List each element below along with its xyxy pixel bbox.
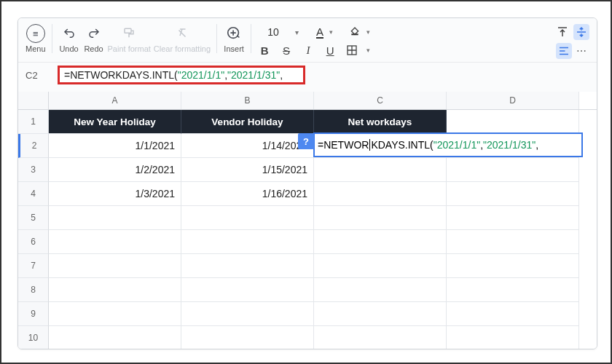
fill-color-button[interactable] xyxy=(349,26,361,38)
column-header[interactable]: B xyxy=(181,92,314,109)
column-header[interactable]: D xyxy=(447,92,579,109)
editor-arg: "2021/1/1" xyxy=(434,139,480,151)
row-header[interactable]: 2 xyxy=(18,134,49,158)
paint-format-label: Paint format xyxy=(108,44,151,53)
cell[interactable] xyxy=(447,302,579,326)
insert-label: Insert xyxy=(224,44,244,53)
cell[interactable] xyxy=(181,326,314,349)
cell[interactable]: 1/14/2021 xyxy=(181,134,314,158)
row-header[interactable]: 8 xyxy=(18,278,49,302)
cell[interactable] xyxy=(49,326,181,349)
redo-button[interactable]: Redo xyxy=(83,24,105,53)
text-color-button[interactable]: A xyxy=(316,26,323,39)
borders-button[interactable] xyxy=(345,43,359,58)
corner-cell[interactable] xyxy=(18,92,49,109)
paint-format-button[interactable]: Paint format xyxy=(108,24,151,53)
formula-text: =NETWORKDAYS.INTL( xyxy=(64,69,178,81)
row-header[interactable]: 6 xyxy=(18,230,49,254)
cell[interactable] xyxy=(314,182,447,206)
formula-input[interactable]: =NETWORKDAYS.INTL("2021/1/1","2021/1/31"… xyxy=(58,66,305,84)
formula-arg: "2021/1/31" xyxy=(227,69,280,81)
cell[interactable] xyxy=(49,230,181,254)
chevron-down-icon[interactable]: ▾ xyxy=(329,28,333,36)
cell[interactable]: 1/16/2021 xyxy=(181,182,314,206)
formula-help-badge[interactable]: ? xyxy=(298,133,314,149)
cell-reference[interactable]: C2 xyxy=(26,70,53,81)
cell[interactable] xyxy=(181,278,314,302)
editor-text: , xyxy=(536,139,538,151)
chevron-down-icon[interactable]: ▾ xyxy=(366,28,370,36)
row-header[interactable]: 10 xyxy=(18,326,49,349)
cell[interactable]: 1/2/2021 xyxy=(49,158,181,182)
row-header[interactable]: 4 xyxy=(18,182,49,206)
chevron-down-icon[interactable]: ▾ xyxy=(295,28,299,36)
cell[interactable] xyxy=(447,110,579,134)
formula-bar: C2 =NETWORKDAYS.INTL("2021/1/1","2021/1/… xyxy=(18,63,597,92)
font-size-input[interactable]: 10 xyxy=(257,24,289,40)
align-top-button[interactable] xyxy=(556,25,569,39)
cell[interactable] xyxy=(314,302,447,326)
cell[interactable] xyxy=(181,230,314,254)
cell[interactable] xyxy=(314,254,447,278)
header-cell[interactable]: Vendor Holiday xyxy=(181,110,314,134)
cell[interactable]: 1/15/2021 xyxy=(181,158,314,182)
row-header[interactable]: 7 xyxy=(18,254,49,278)
underline-button[interactable]: U xyxy=(323,43,337,58)
menu-icon: ≡ xyxy=(26,24,45,43)
cell[interactable]: 1/3/2021 xyxy=(49,182,181,206)
font-style-group: 10 ▾ A ▾ ▾ B S I U ▾ xyxy=(257,24,370,58)
undo-label: Undo xyxy=(59,44,78,53)
cell[interactable] xyxy=(447,206,579,230)
svg-rect-0 xyxy=(125,28,131,33)
clear-formatting-button[interactable]: Clear formatting xyxy=(154,24,211,53)
menu-button[interactable]: ≡ Menu xyxy=(26,24,46,53)
row-header[interactable]: 3 xyxy=(18,158,49,182)
cell[interactable] xyxy=(49,278,181,302)
cell[interactable] xyxy=(314,326,447,349)
chevron-down-icon[interactable]: ▾ xyxy=(366,47,370,54)
align-left-button[interactable] xyxy=(556,43,572,59)
cell[interactable] xyxy=(447,254,579,278)
cell[interactable] xyxy=(49,254,181,278)
align-middle-button[interactable] xyxy=(573,24,589,40)
redo-label: Redo xyxy=(84,44,103,53)
column-header[interactable]: A xyxy=(49,92,181,109)
cell[interactable] xyxy=(447,182,579,206)
header-cell[interactable]: Net workdays xyxy=(314,110,447,134)
cell[interactable]: 1/1/2021 xyxy=(49,134,181,158)
toolbar: ≡ Menu Undo Redo Paint format Cle xyxy=(18,18,597,63)
cell[interactable] xyxy=(49,302,181,326)
undo-icon xyxy=(58,24,80,43)
row-header[interactable]: 1 xyxy=(18,110,49,134)
bold-button[interactable]: B xyxy=(257,43,272,58)
cell[interactable] xyxy=(181,302,314,326)
spreadsheet-app: ≡ Menu Undo Redo Paint format Cle xyxy=(17,17,597,349)
cell[interactable] xyxy=(314,206,447,230)
strikethrough-button[interactable]: S xyxy=(279,43,294,58)
cell[interactable] xyxy=(314,230,447,254)
insert-button[interactable]: Insert xyxy=(223,24,245,53)
cell-editor[interactable]: =NETWORKDAYS.INTL("2021/1/1","2021/1/31"… xyxy=(313,132,583,157)
cell[interactable] xyxy=(314,158,447,182)
more-options-icon[interactable]: ⋯ xyxy=(576,45,587,57)
cell[interactable] xyxy=(447,230,579,254)
cell[interactable] xyxy=(181,254,314,278)
cell[interactable] xyxy=(49,206,181,230)
cell[interactable] xyxy=(447,278,579,302)
align-group: ⋯ xyxy=(556,24,589,59)
row-header[interactable]: 5 xyxy=(18,206,49,230)
cell[interactable] xyxy=(447,326,579,349)
clear-formatting-icon xyxy=(171,24,193,43)
column-header[interactable]: C xyxy=(314,92,447,109)
row-header[interactable]: 9 xyxy=(18,302,49,326)
cell[interactable] xyxy=(181,206,314,230)
header-cell[interactable]: New Year Holiday xyxy=(49,110,181,134)
cell[interactable] xyxy=(314,278,447,302)
undo-button[interactable]: Undo xyxy=(58,24,80,53)
separator xyxy=(52,24,52,53)
editor-arg: "2021/1/31" xyxy=(483,139,536,151)
clear-formatting-label: Clear formatting xyxy=(154,44,211,53)
cell[interactable] xyxy=(447,158,579,182)
italic-button[interactable]: I xyxy=(301,43,315,58)
spreadsheet-grid: A B C D 1 New Year Holiday Vendor Holida… xyxy=(18,92,597,349)
